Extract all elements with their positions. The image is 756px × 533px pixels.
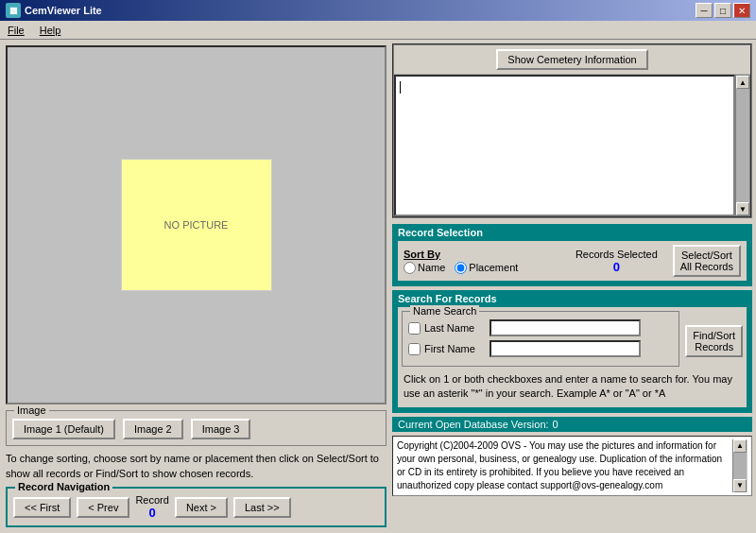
menu-bar: File Help xyxy=(0,21,756,40)
select-sort-line2: All Records xyxy=(680,261,733,272)
last-button[interactable]: Last >> xyxy=(233,497,291,518)
record-selection-content: Sort By Name Placement Records Selected xyxy=(398,241,747,281)
select-sort-button[interactable]: Select/Sort All Records xyxy=(673,245,741,277)
main-layout: NO PICTURE Image Image 1 (Default) Image… xyxy=(0,40,756,533)
image1-button[interactable]: Image 1 (Default) xyxy=(12,419,115,439)
record-number: 0 xyxy=(149,506,156,520)
sort-by-label: Sort By xyxy=(404,249,518,260)
app-title: CemViewer Lite xyxy=(25,5,102,16)
nav-group-label: Record Navigation xyxy=(15,481,112,492)
db-version-value: 0 xyxy=(553,419,558,430)
menu-file[interactable]: File xyxy=(4,24,28,37)
first-button[interactable]: << First xyxy=(13,497,71,518)
first-name-checkbox[interactable] xyxy=(408,343,421,355)
records-selected-group: Records Selected 0 xyxy=(576,249,658,274)
records-count: 0 xyxy=(613,260,620,274)
first-name-row: First Name xyxy=(408,340,673,357)
image-group: Image Image 1 (Default) Image 2 Image 3 xyxy=(6,410,387,446)
radio-placement[interactable] xyxy=(455,262,467,274)
scroll-track xyxy=(736,89,749,202)
app-icon: ▦ xyxy=(6,3,21,18)
records-selected-label: Records Selected xyxy=(576,249,658,260)
no-picture-box: NO PICTURE xyxy=(121,159,272,291)
search-title: Search For Records xyxy=(398,293,747,304)
sort-by-group: Sort By Name Placement xyxy=(404,249,518,274)
left-panel: NO PICTURE Image Image 1 (Default) Image… xyxy=(0,40,392,533)
image-buttons: Image 1 (Default) Image 2 Image 3 xyxy=(12,419,380,439)
record-label: Record xyxy=(135,494,168,506)
show-cemetery-info-button[interactable]: Show Cemetery Information xyxy=(496,49,647,70)
name-search-label: Name Search xyxy=(410,305,479,317)
copyright-scroll-track xyxy=(733,453,747,479)
first-name-input[interactable] xyxy=(490,340,641,357)
image3-button[interactable]: Image 3 xyxy=(191,419,251,439)
db-version-bar: Current Open Database Version: 0 xyxy=(392,417,752,432)
record-selection-title: Record Selection xyxy=(398,227,747,238)
title-controls[interactable]: ─ □ ✕ xyxy=(696,3,750,18)
cemetery-text-scroll-area: ▲ ▼ xyxy=(394,75,750,216)
select-sort-line1: Select/Sort xyxy=(681,249,732,261)
radio-name-label[interactable]: Name xyxy=(404,262,445,274)
prev-button[interactable]: < Prev xyxy=(77,497,129,518)
last-name-checkbox[interactable] xyxy=(408,322,421,335)
record-display: Record 0 xyxy=(135,494,168,520)
copyright-box: Copyright (C)2004-2009 OVS - You may use… xyxy=(392,436,752,496)
find-sort-line2: Records xyxy=(695,341,733,352)
cemetery-info-text xyxy=(394,75,735,216)
last-name-label: Last Name xyxy=(424,322,486,334)
scroll-down-button[interactable]: ▼ xyxy=(736,202,749,215)
search-content: Name Search Last Name First Name xyxy=(398,307,747,407)
cemetery-cursor xyxy=(400,80,401,92)
next-button[interactable]: Next > xyxy=(175,497,228,518)
no-picture-label: NO PICTURE xyxy=(164,219,229,231)
menu-help[interactable]: Help xyxy=(36,24,65,37)
copyright-scrollbar: ▲ ▼ xyxy=(732,439,747,492)
last-name-input[interactable] xyxy=(490,319,641,336)
name-search-group: Name Search Last Name First Name xyxy=(402,311,679,367)
minimize-button[interactable]: ─ xyxy=(696,3,713,18)
radio-placement-text: Placement xyxy=(469,262,518,273)
copyright-scroll-down[interactable]: ▼ xyxy=(733,479,747,492)
record-selection-section: Record Selection Sort By Name Placement xyxy=(392,224,752,286)
find-sort-line1: Find/Sort xyxy=(693,330,735,341)
radio-placement-label[interactable]: Placement xyxy=(455,262,518,274)
radio-name-text: Name xyxy=(418,262,445,273)
scroll-up-button[interactable]: ▲ xyxy=(736,76,749,89)
find-sort-button[interactable]: Find/Sort Records xyxy=(685,325,743,357)
radio-row: Name Placement xyxy=(404,262,518,274)
close-button[interactable]: ✕ xyxy=(733,3,750,18)
image-group-label: Image xyxy=(14,404,49,416)
copyright-text: Copyright (C)2004-2009 OVS - You may use… xyxy=(397,439,732,492)
radio-name[interactable] xyxy=(404,262,416,274)
image2-button[interactable]: Image 2 xyxy=(123,419,183,439)
cemetery-info-section: Show Cemetery Information ▲ ▼ xyxy=(392,43,752,218)
search-help-text: Click on 1 or both checkboxes and enter … xyxy=(402,370,743,404)
cemetery-scrollbar[interactable]: ▲ ▼ xyxy=(735,75,750,216)
db-version-label: Current Open Database Version: xyxy=(398,419,549,430)
title-bar-left: ▦ CemViewer Lite xyxy=(6,3,102,18)
copyright-scroll-up[interactable]: ▲ xyxy=(733,439,747,453)
search-inner: Name Search Last Name First Name xyxy=(402,311,743,370)
search-section: Search For Records Name Search Last Name… xyxy=(392,290,752,413)
first-name-label: First Name xyxy=(424,343,486,354)
right-panel: Show Cemetery Information ▲ ▼ Record Sel… xyxy=(392,40,756,533)
record-navigation-group: Record Navigation << First < Prev Record… xyxy=(6,487,387,527)
last-name-row: Last Name xyxy=(408,319,673,336)
sort-info-text: To change sorting, choose sort by name o… xyxy=(6,452,387,481)
nav-content: << First < Prev Record 0 Next > Last >> xyxy=(13,494,379,520)
title-bar: ▦ CemViewer Lite ─ □ ✕ xyxy=(0,0,756,21)
image-display-area: NO PICTURE xyxy=(6,45,387,404)
maximize-button[interactable]: □ xyxy=(714,3,731,18)
